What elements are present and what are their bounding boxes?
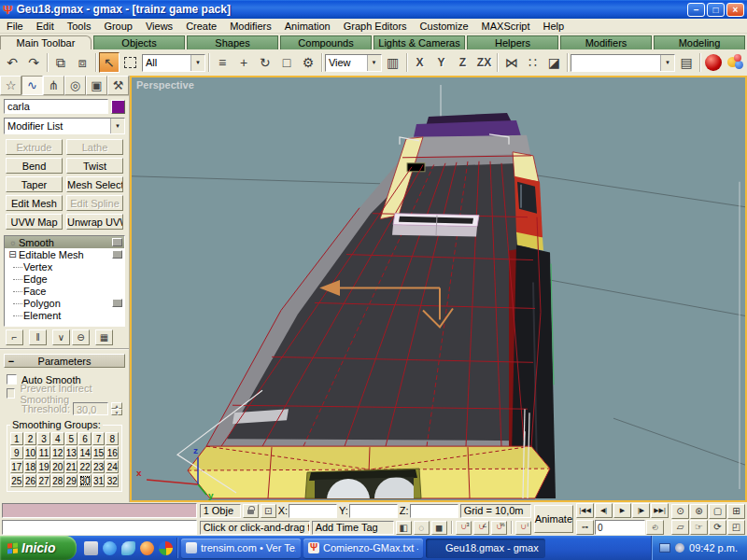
modifier-button[interactable]: UVW Map [6,214,63,230]
smoothing-group-button[interactable]: 18 [24,460,37,473]
smoothing-group-button[interactable]: 8 [106,432,119,445]
smoothing-group-button[interactable]: 27 [37,474,50,487]
cube-icon[interactable]: ◼ [431,521,447,535]
current-frame-field[interactable]: 0 [595,520,645,535]
add-time-tag-button[interactable]: Add Time Tag [312,521,394,535]
spinner-snap-icon[interactable]: ∩↕ [515,521,531,535]
smoothing-group-button[interactable]: 15 [92,446,106,459]
dotted-circle-icon[interactable]: ◌ [414,521,430,535]
x-coordinate-field[interactable] [289,504,337,518]
absolute-offset-icon[interactable]: ⊡ [261,504,276,518]
create-tab-icon[interactable]: ☆ [0,76,21,95]
parameters-rollout[interactable]: − Parameters [4,354,125,368]
modifier-button[interactable]: Bend [6,158,63,174]
smoothing-group-button[interactable]: 12 [51,446,64,459]
edit-stack-icon[interactable]: ▦ [95,329,113,345]
scale-icon[interactable]: □ [276,52,297,73]
angle-snap-icon[interactable]: ∩∠ [473,521,489,535]
mirror-icon[interactable]: ⋈ [500,52,521,73]
smoothing-group-button[interactable]: 32 [106,474,119,487]
min-max-toggle-icon[interactable]: ◰ [727,520,745,535]
smoothing-group-button[interactable]: 30 [78,474,92,487]
selection-filter-dropdown[interactable]: All ▼ [142,54,205,72]
smoothing-group-button[interactable]: 22 [78,460,92,473]
menu-item[interactable]: Animation [278,20,337,33]
select-object-icon[interactable]: ↖ [99,52,120,73]
pan-icon[interactable]: ☞ [690,520,708,535]
restore-button[interactable]: □ [707,3,725,17]
perspective-viewport[interactable]: z x y Perspective [130,76,747,502]
menu-item[interactable]: Tools [61,20,98,33]
smoothing-group-button[interactable]: 1 [10,432,23,445]
rotate-icon[interactable]: ↻ [255,52,275,73]
smoothing-group-button[interactable]: 10 [24,446,37,459]
quicklaunch-document-icon[interactable] [84,541,98,555]
modifier-stack-item[interactable]: Vertex [5,260,124,273]
restrict-y-icon[interactable]: Y [430,52,451,73]
modifier-stack-item[interactable]: Edge [5,273,124,285]
modifier-toggle-icon[interactable] [112,299,122,307]
modifier-stack-item[interactable]: Element [5,309,124,321]
smoothing-group-button[interactable]: 25 [10,474,23,487]
manipulate-icon[interactable]: ⚙ [298,52,318,73]
start-button[interactable]: Inicio [0,536,77,560]
modifier-button[interactable]: Edit Mesh [6,195,63,211]
close-button[interactable]: × [726,3,744,17]
toolbar-tab[interactable]: Lights & Cameras [374,35,465,49]
smoothing-group-button[interactable]: 29 [65,474,78,487]
menu-item[interactable]: MAXScript [475,20,537,33]
smoothing-group-button[interactable]: 21 [65,460,78,473]
smoothing-group-button[interactable]: 3 [37,432,50,445]
undo-icon[interactable]: ↶ [2,52,22,73]
unlink-icon[interactable]: ⧈ [72,52,92,73]
modifier-stack-item[interactable]: Polygon [5,297,124,309]
modifier-button[interactable]: Twist [66,158,123,174]
restrict-plane-icon[interactable]: ZX [473,52,494,73]
track-bar[interactable] [2,503,197,518]
selection-lock-icon[interactable] [243,504,259,518]
use-pivot-center-icon[interactable]: ▥ [383,52,403,73]
menu-item[interactable]: Customize [414,20,475,33]
modifier-button[interactable]: Edit Spline [66,195,123,211]
modifier-button[interactable]: Unwrap UVW [66,214,123,230]
link-icon[interactable]: ⧉ [50,52,71,73]
previous-frame-icon[interactable]: ◀| [595,503,613,518]
menu-item[interactable]: Group [97,20,139,33]
time-configuration-icon[interactable]: ◴ [646,520,664,535]
smoothing-group-button[interactable]: 23 [92,460,106,473]
toolbar-tab[interactable]: Objects [93,35,185,49]
restrict-x-icon[interactable]: X [409,52,430,73]
menu-item[interactable]: Modifiers [223,20,278,33]
key-mode-icon[interactable]: ⊶ [576,520,594,535]
smoothing-group-button[interactable]: 20 [51,460,64,473]
material-editor-icon[interactable] [703,52,724,73]
minimize-button[interactable]: – [687,3,705,17]
y-coordinate-field[interactable] [349,504,398,518]
zoom-icon[interactable]: ⊙ [671,504,689,519]
display-tab-icon[interactable]: ▣ [86,76,107,95]
zoom-extents-all-icon[interactable]: ⊞ [727,504,745,519]
region-zoom-icon[interactable]: ▱ [671,520,689,535]
show-end-result-icon[interactable]: ‖ [29,329,47,345]
named-selection-sets-icon[interactable]: ▤ [676,52,697,73]
modifier-stack-item[interactable]: Editable Mesh [5,248,124,260]
spinner-down-icon[interactable]: ▼ [111,409,122,415]
quicklaunch-messenger-icon[interactable] [121,541,135,555]
smoothing-group-button[interactable]: 31 [92,474,106,487]
smoothing-group-button[interactable]: 11 [37,446,50,459]
auto-smooth-checkbox[interactable] [7,374,17,385]
object-color-swatch[interactable] [111,100,125,114]
spinner-up-icon[interactable]: ▲ [111,402,122,409]
taskbar-task[interactable]: Comienzo-GMax.txt -... [303,539,423,558]
modifier-button[interactable]: Extrude [6,139,63,155]
zoom-all-icon[interactable]: ⊛ [690,504,708,519]
modifier-button[interactable]: Lathe [66,139,123,155]
make-unique-icon[interactable]: ∨ [52,329,70,345]
smoothing-group-button[interactable]: 2 [24,432,37,445]
object-name-field[interactable]: carla [4,99,108,114]
utilities-tab-icon[interactable]: ⚒ [107,76,129,95]
modifier-button[interactable]: Mesh Select [66,176,123,192]
smoothing-group-button[interactable]: 13 [65,446,78,459]
menu-item[interactable]: Help [537,20,571,33]
modifier-list-dropdown[interactable]: Modifier List ▼ [4,118,125,134]
